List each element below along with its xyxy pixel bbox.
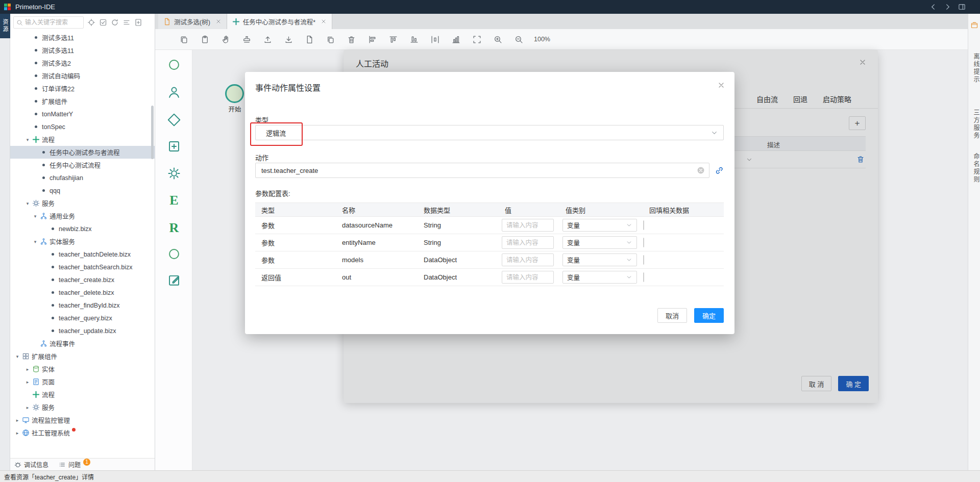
refresh-icon[interactable]	[111, 18, 119, 27]
palette-diamond-item[interactable]	[166, 112, 182, 128]
toolbox-icon[interactable]	[970, 21, 978, 29]
locate-icon[interactable]	[87, 18, 95, 27]
value-category-select[interactable]: 变量	[562, 219, 637, 232]
tree-item[interactable]: ▸流程监控管理	[10, 414, 155, 426]
caret-icon[interactable]: ▸	[24, 367, 31, 372]
right-rail-item[interactable]: 离线提示	[968, 53, 980, 84]
toolbar-duplicate-icon[interactable]	[324, 33, 337, 46]
tree-item[interactable]: ▸社工管理系统	[10, 426, 155, 439]
toolbar-fit-icon[interactable]	[470, 33, 483, 46]
toolbar-file-icon[interactable]	[303, 33, 316, 46]
tree-item[interactable]: 任务中心测试流程	[10, 159, 155, 171]
tree-item[interactable]: teacher_create.bizx	[10, 273, 155, 286]
tree-item[interactable]: teacher_delete.bizx	[10, 286, 155, 299]
caret-icon[interactable]: ▾	[32, 214, 39, 219]
caret-icon[interactable]: ▾	[14, 354, 21, 359]
backfill-checkbox[interactable]	[643, 255, 644, 265]
editor-tab[interactable]: 任务中心测试参与者流程*	[227, 14, 332, 29]
toolbar-stamp-icon[interactable]	[240, 33, 253, 46]
palette-letter-e-item[interactable]: E	[166, 192, 182, 209]
caret-icon[interactable]: ▸	[14, 430, 21, 436]
tree-item[interactable]: newbiz.bizx	[10, 222, 155, 235]
collapse-icon[interactable]	[122, 18, 131, 27]
search-input[interactable]	[25, 19, 78, 26]
search-box[interactable]	[13, 16, 84, 29]
palette-person-item[interactable]	[166, 84, 182, 100]
tree-item[interactable]: ▸实体	[10, 363, 155, 375]
tree-item[interactable]: teacher_batchDelete.bizx	[10, 248, 155, 261]
tree-item[interactable]: 订单详情22	[10, 82, 155, 95]
value-category-select[interactable]: 变量	[562, 271, 637, 284]
close-icon[interactable]	[717, 81, 725, 89]
bottom-tab-problems[interactable]: 问题1	[59, 460, 90, 469]
caret-icon[interactable]: ▾	[32, 239, 39, 244]
toolbar-align-left-icon[interactable]	[365, 33, 379, 46]
tree-item[interactable]: 扩展组件	[10, 95, 155, 108]
tree-item[interactable]: 测试多选11	[10, 31, 155, 44]
caret-icon[interactable]: ▸	[24, 379, 31, 385]
panel-icon[interactable]	[958, 3, 966, 11]
clear-icon[interactable]	[697, 166, 705, 174]
toolbar-align-bottom-icon[interactable]	[407, 33, 421, 46]
tree-item[interactable]: ▾流程	[10, 133, 155, 146]
param-value-input[interactable]	[502, 253, 554, 266]
bottom-tab-debug[interactable]: 调试信息	[14, 460, 48, 469]
toolbar-upload-icon[interactable]	[261, 33, 274, 46]
palette-gear-item[interactable]	[166, 165, 182, 182]
toolbar-copy-icon[interactable]	[177, 33, 190, 46]
toolbar-chart-icon[interactable]	[449, 33, 462, 46]
tree-item[interactable]: tonMatterY	[10, 108, 155, 120]
tree-item[interactable]: 测试自动编码	[10, 69, 155, 82]
palette-edit-item[interactable]	[166, 272, 182, 288]
toolbar-trash-icon[interactable]	[345, 33, 358, 46]
tree-item[interactable]: 测试多选11	[10, 44, 155, 57]
chevron-left-icon[interactable]	[929, 3, 937, 11]
tree-item[interactable]: ▸页面	[10, 375, 155, 388]
ok-button[interactable]: 确定	[694, 308, 724, 323]
toolbar-align-top-icon[interactable]	[386, 33, 400, 46]
tree-item[interactable]: 流程	[10, 388, 155, 401]
tree-item[interactable]: 任务中心测试参与者流程	[10, 146, 155, 159]
param-value-input[interactable]	[502, 219, 554, 232]
tree-item[interactable]: ▾服务	[10, 197, 155, 210]
validate-icon[interactable]	[99, 18, 107, 27]
caret-icon[interactable]: ▾	[24, 137, 31, 142]
close-tab-icon[interactable]	[321, 18, 327, 24]
tree-item[interactable]: teacher_findById.bizx	[10, 299, 155, 312]
toolbar-paste-icon[interactable]	[198, 33, 211, 46]
resources-rail-tab[interactable]: 资源	[0, 14, 10, 38]
right-rail-item[interactable]: 命名规则	[968, 153, 980, 184]
link-icon[interactable]	[715, 166, 724, 175]
toolbar-zoom-out-icon[interactable]	[512, 33, 525, 46]
tree-item[interactable]: 流程事件	[10, 337, 155, 350]
tree-scrollbar[interactable]	[151, 106, 154, 159]
toolbar-zoom-in-icon[interactable]	[491, 33, 504, 46]
tree-item[interactable]: ▸服务	[10, 401, 155, 414]
close-tab-icon[interactable]	[215, 18, 222, 24]
tree-item[interactable]: tonSpec	[10, 120, 155, 133]
tree-item[interactable]: qqq	[10, 184, 155, 197]
toolbar-distribute-icon[interactable]	[428, 33, 442, 46]
tree-item[interactable]: ▾通用业务	[10, 210, 155, 222]
newdoc-icon[interactable]	[134, 18, 142, 27]
param-value-input[interactable]	[502, 236, 554, 249]
palette-circle-item[interactable]	[166, 246, 182, 262]
caret-icon[interactable]: ▸	[24, 405, 31, 410]
backfill-checkbox[interactable]	[643, 272, 644, 282]
cancel-button[interactable]: 取消	[657, 308, 687, 323]
value-category-select[interactable]: 变量	[562, 253, 637, 266]
action-input[interactable]	[255, 163, 709, 178]
caret-icon[interactable]: ▾	[24, 201, 31, 206]
toolbar-download-icon[interactable]	[282, 33, 295, 46]
tree-item[interactable]: chufashijian	[10, 171, 155, 184]
editor-tab[interactable]: 测试多选(树)	[158, 14, 227, 29]
tree-item[interactable]: 测试多选2	[10, 57, 155, 69]
toolbar-hand-icon[interactable]	[219, 33, 232, 46]
type-select[interactable]: 逻辑流	[255, 125, 724, 140]
palette-square-plus-item[interactable]	[166, 138, 182, 155]
palette-circle-item[interactable]	[166, 57, 182, 73]
tree-item[interactable]: ▾扩展组件	[10, 350, 155, 363]
tree-item[interactable]: teacher_update.bizx	[10, 324, 155, 337]
palette-letter-r-item[interactable]: R	[166, 220, 182, 236]
backfill-checkbox[interactable]	[643, 220, 644, 230]
